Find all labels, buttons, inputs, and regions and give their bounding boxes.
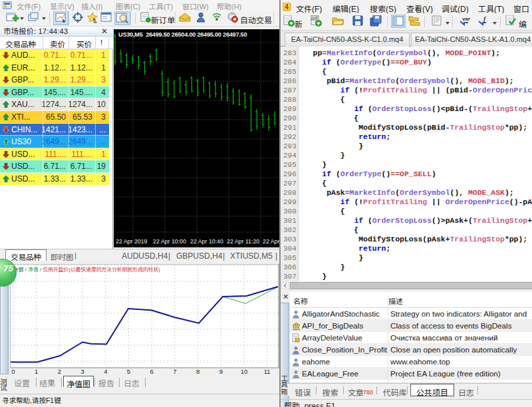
svg-text:f: f xyxy=(483,15,487,23)
svg-text:2: 2 xyxy=(58,368,61,375)
svg-text:余额 / 净值 / 仅用开盘价(以最快速度的方法分析刚刚形成: 余额 / 净值 / 仅用开盘价(以最快速度的方法分析刚刚形成的柱状) xyxy=(13,266,160,273)
svg-text:7: 7 xyxy=(173,368,176,375)
svg-text:22 Apr 1: 22 Apr 1 xyxy=(263,238,279,245)
svg-text:prof: prof xyxy=(311,16,317,20)
svg-text:5: 5 xyxy=(127,368,130,375)
svg-text:6: 6 xyxy=(150,368,154,375)
svg-text:11: 11 xyxy=(264,368,271,375)
svg-text:US30,M5 26499.50 26504.00 264: US30,M5 26499.50 26504.00 26495.00 26497… xyxy=(118,31,247,38)
svg-text:1: 1 xyxy=(35,368,38,375)
svg-text:22 Apr 2019: 22 Apr 2019 xyxy=(116,238,148,245)
svg-text:22 Apr 10:40: 22 Apr 10:40 xyxy=(190,238,223,245)
svg-text:4: 4 xyxy=(285,3,289,11)
svg-text:4: 4 xyxy=(104,368,107,375)
svg-text:22 Apr 10:00: 22 Apr 10:00 xyxy=(153,238,186,245)
svg-text:var: var xyxy=(462,16,470,22)
svg-text:10: 10 xyxy=(241,368,248,375)
svg-text:3: 3 xyxy=(80,368,84,375)
svg-text:8: 8 xyxy=(196,368,200,375)
svg-text:0: 0 xyxy=(11,368,15,375)
svg-text:22 Apr 11:20: 22 Apr 11:20 xyxy=(227,238,259,245)
svg-text:9: 9 xyxy=(219,368,223,375)
